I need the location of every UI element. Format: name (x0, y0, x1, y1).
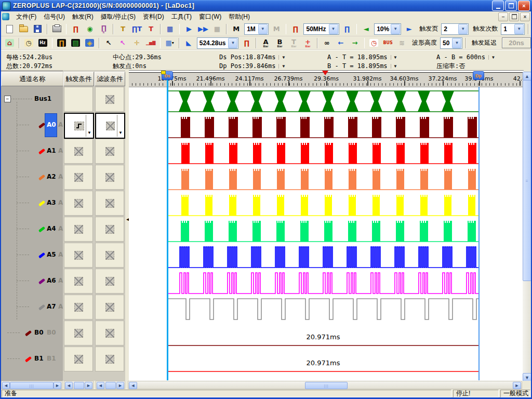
ds-pos-dropdown[interactable]: ▼ (278, 55, 285, 60)
channel-name[interactable]: A1 (47, 147, 56, 154)
trigger-pos-right-button[interactable]: ► (403, 23, 416, 35)
trigger-condition-cell-A0[interactable]: ▼ (64, 113, 94, 139)
scroll-left-button[interactable]: ◄ (65, 382, 73, 389)
new-file-button[interactable] (3, 23, 16, 35)
mdi-close-button[interactable]: × (520, 12, 530, 21)
run-single-button[interactable]: ▶ (182, 23, 195, 35)
frequency-button[interactable]: Hz (36, 37, 49, 49)
restore-button[interactable] (505, 1, 517, 11)
trigger-condition-cell-A2[interactable] (64, 165, 93, 190)
bus-list-button[interactable]: BUS (381, 37, 394, 49)
trigger-condition-cell-A3[interactable] (64, 191, 93, 216)
trigger-hscrollbar[interactable]: ◄ ► (64, 381, 94, 389)
next-edge-button[interactable]: → (349, 37, 362, 49)
run-repeat-button[interactable]: ▶▶ (196, 23, 209, 35)
dropdown-arrow-icon[interactable]: ▼ (391, 24, 400, 34)
dropdown-arrow-icon[interactable]: ▼ (86, 115, 92, 137)
memory-depth-button[interactable]: M (230, 23, 243, 35)
hand-tool-button[interactable]: ✛ (130, 37, 143, 49)
dropdown-arrow-icon[interactable]: ▼ (258, 24, 268, 34)
dp-pos-dropdown[interactable]: ▼ (278, 64, 285, 69)
wave-height-combo[interactable]: 50▼ (440, 37, 462, 49)
dropdown-arrow-icon[interactable]: ▼ (117, 115, 124, 137)
filter-condition-cell-A5[interactable] (95, 243, 124, 268)
names-hscrollbar[interactable]: ◄ ||| ► (1, 381, 62, 389)
mdi-minimize-button[interactable]: – (498, 12, 508, 21)
channel-name[interactable]: B0 (34, 329, 44, 336)
trigger-condition-cell-A4[interactable] (64, 217, 93, 242)
trigger-count-combo[interactable]: 1▼ (501, 23, 525, 35)
sampling-setup-button[interactable]: ∏ (69, 23, 82, 35)
vertical-scrollbar[interactable]: ▲ ≡ ▼ (523, 72, 531, 381)
trigger-condition-cell-Bus1[interactable] (64, 87, 93, 112)
scroll-thumb[interactable] (74, 382, 84, 389)
filter-condition-cell-A2[interactable] (95, 165, 124, 190)
filter-condition-cell-A1[interactable] (95, 139, 124, 164)
scroll-left-button[interactable]: ◄ (129, 382, 137, 389)
filter-condition-cell-A7[interactable] (95, 295, 124, 320)
trigger-condition-header[interactable]: 触发条件 (63, 72, 94, 86)
scroll-thumb[interactable]: ||| (305, 382, 348, 389)
dropdown-arrow-icon[interactable]: ▼ (452, 38, 461, 48)
statistics-button[interactable]: ▁▅▇ (144, 37, 157, 49)
navigator-button[interactable]: ◈ (83, 37, 96, 49)
zoom-mode-button[interactable]: ▦▾ (163, 37, 176, 49)
clock-wave-button[interactable]: ∏ (341, 23, 354, 35)
listing-view-button[interactable]: ▤ (69, 37, 82, 49)
b-bar-cursor[interactable] (478, 87, 480, 380)
bus-name[interactable]: Bus1 (34, 95, 51, 102)
channel-name[interactable]: A3 (47, 199, 56, 206)
channel-name[interactable]: A0 (47, 121, 56, 128)
a-bar-cursor[interactable] (167, 79, 168, 380)
trigger-properties-button[interactable]: T (144, 23, 157, 35)
mdi-restore-button[interactable] (509, 12, 519, 21)
filter-condition-header[interactable]: 滤波条件 (95, 72, 125, 86)
b-bar-button[interactable]: BBar (273, 37, 286, 49)
a-b-dropdown[interactable]: ▼ (488, 55, 495, 60)
find-button[interactable]: ∞ (321, 37, 334, 49)
a-t-dropdown[interactable]: ▼ (391, 55, 397, 60)
trigger-pos-left-button[interactable]: ◄ (360, 23, 373, 35)
channel-name-header[interactable]: 通道名称 (1, 72, 63, 86)
sampling-clock-button[interactable]: ◷ (22, 37, 35, 49)
channel-name[interactable]: A5 (47, 251, 56, 258)
dropdown-arrow-icon[interactable]: ▼ (228, 38, 237, 48)
filter-condition-cell-B0[interactable] (95, 321, 124, 345)
bus-setup-button[interactable]: ▦ (164, 23, 177, 35)
waveform-hscrollbar[interactable]: ◄ ||| ► (128, 381, 522, 389)
dropdown-arrow-icon[interactable]: ▼ (458, 24, 468, 34)
scroll-up-button[interactable]: ▲ (523, 72, 531, 81)
scroll-left-button[interactable]: ◄ (97, 382, 104, 389)
print-button[interactable] (50, 23, 63, 35)
channel-name[interactable]: A4 (47, 225, 56, 232)
menu-item-5[interactable]: 资料(D) (139, 11, 168, 22)
menu-item-1[interactable]: 文件(F) (12, 11, 40, 22)
vertical-scroll-thumb[interactable]: ≡ (523, 80, 531, 281)
trigger-condition-cell-A5[interactable] (64, 243, 93, 268)
waveform-view[interactable]: 18.875ms21.496ms24.117ms26.739ms29.36ms3… (129, 70, 524, 381)
filter-condition-cell-Bus1[interactable] (95, 87, 124, 112)
dp-marker[interactable]: Dp (473, 71, 484, 80)
open-file-button[interactable] (17, 23, 30, 35)
channel-name[interactable]: A7 (47, 303, 56, 310)
scroll-right-button[interactable]: ► (116, 382, 124, 389)
trigger-condition-cell-A1[interactable] (64, 139, 93, 164)
trigger-condition-cell-B1[interactable] (64, 347, 93, 371)
scroll-right-button[interactable]: ► (54, 382, 61, 389)
menu-item-6[interactable]: 工具(T) (168, 11, 195, 22)
width-trigger-button[interactable]: ∏T (130, 23, 143, 35)
add-bar-button[interactable]: +Bar (301, 37, 314, 49)
scroll-thumb[interactable]: ||| (10, 382, 54, 389)
b-t-dropdown[interactable]: ▼ (391, 64, 397, 69)
save-button[interactable] (31, 23, 44, 35)
prev-edge-button[interactable]: ← (335, 37, 348, 49)
pulse-trigger-button[interactable]: T (116, 23, 129, 35)
scroll-right-button[interactable]: ► (513, 382, 521, 389)
pulse-find-button[interactable]: ∏ (240, 37, 253, 49)
trigger-condition-cell-A6[interactable] (64, 269, 93, 294)
signal-event-button[interactable]: ∏E (97, 23, 110, 35)
sample-rate-combo[interactable]: 50MHz▼ (303, 23, 339, 35)
trigger-condition-cell-A7[interactable] (64, 295, 93, 320)
menu-item-2[interactable]: 信号(U) (40, 11, 69, 22)
trigger-ratio-combo[interactable]: 10%▼ (374, 23, 401, 35)
